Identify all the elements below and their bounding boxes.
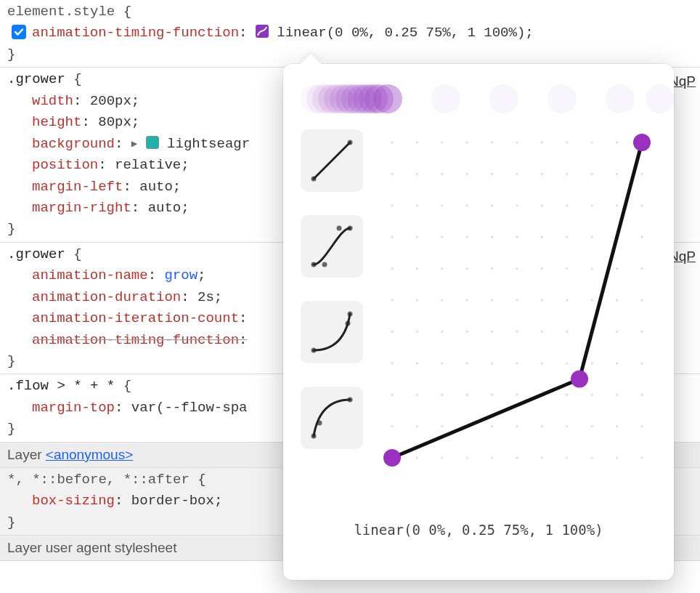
svg-point-91 — [566, 204, 568, 206]
svg-point-100 — [591, 141, 593, 143]
svg-point-85 — [541, 362, 543, 364]
svg-point-39 — [441, 299, 443, 301]
svg-point-116 — [616, 299, 618, 301]
svg-point-107 — [591, 362, 593, 364]
svg-point-55 — [466, 456, 468, 459]
svg-point-12 — [391, 141, 393, 143]
svg-point-36 — [441, 204, 443, 206]
svg-point-74 — [516, 362, 518, 364]
svg-point-66 — [491, 456, 493, 459]
svg-point-75 — [516, 394, 518, 396]
svg-point-90 — [566, 173, 568, 175]
svg-point-101 — [591, 173, 593, 175]
selector[interactable]: *, *::before, *::after — [7, 472, 190, 488]
preset-ease-in[interactable] — [301, 301, 363, 363]
svg-point-130 — [640, 394, 643, 396]
selector[interactable]: element.style — [7, 4, 115, 20]
preset-ease-in-out[interactable] — [301, 215, 363, 278]
svg-point-124 — [640, 204, 643, 206]
svg-point-119 — [616, 394, 618, 396]
easing-editor-popover: linear(0 0%, 0.25 75%, 1 100%) — [283, 64, 674, 580]
svg-point-113 — [616, 204, 618, 206]
svg-point-97 — [566, 394, 568, 396]
svg-point-50 — [466, 299, 468, 301]
svg-point-60 — [491, 267, 493, 270]
svg-point-46 — [466, 173, 468, 175]
layer-link[interactable]: <anonymous> — [46, 447, 133, 462]
svg-point-79 — [541, 173, 543, 175]
svg-point-51 — [466, 331, 468, 333]
svg-point-53 — [466, 394, 468, 396]
easing-value-text[interactable]: linear(0 0%, 0.25 75%, 1 100%) — [301, 522, 656, 538]
svg-point-28 — [416, 299, 418, 301]
svg-point-131 — [640, 425, 643, 427]
svg-point-63 — [491, 362, 493, 364]
easing-swatch-icon[interactable] — [256, 25, 269, 38]
svg-point-82 — [541, 267, 543, 270]
svg-point-58 — [491, 204, 493, 206]
color-swatch-icon[interactable] — [146, 136, 159, 149]
svg-point-112 — [616, 173, 618, 175]
svg-point-40 — [441, 331, 443, 333]
svg-point-49 — [466, 267, 468, 270]
svg-point-33 — [416, 456, 418, 459]
svg-point-83 — [541, 299, 543, 301]
svg-point-35 — [441, 173, 443, 175]
svg-point-121 — [616, 456, 618, 459]
svg-point-68 — [516, 173, 518, 175]
svg-point-96 — [566, 362, 568, 364]
selector[interactable]: .flow > * + * — [7, 378, 115, 394]
svg-point-133 — [383, 449, 401, 467]
svg-point-24 — [416, 173, 418, 175]
preset-list — [301, 129, 366, 515]
easing-curve-editor[interactable] — [379, 129, 656, 515]
svg-point-102 — [591, 204, 593, 206]
svg-point-62 — [491, 331, 493, 333]
svg-point-117 — [616, 331, 618, 333]
svg-point-14 — [391, 204, 393, 206]
svg-point-64 — [491, 394, 493, 396]
svg-point-80 — [541, 204, 543, 206]
svg-point-103 — [591, 236, 593, 238]
svg-point-30 — [416, 362, 418, 364]
svg-point-129 — [640, 362, 643, 364]
selector[interactable]: .grower — [7, 71, 65, 87]
svg-point-23 — [416, 141, 418, 143]
svg-point-99 — [566, 456, 568, 459]
svg-point-135 — [633, 134, 651, 151]
svg-point-32 — [416, 425, 418, 427]
expand-triangle-icon[interactable]: ▶ — [131, 137, 137, 153]
svg-point-115 — [616, 267, 618, 270]
svg-point-59 — [491, 236, 493, 238]
selector[interactable]: .grower — [7, 246, 65, 262]
svg-point-81 — [541, 236, 543, 238]
svg-point-44 — [441, 456, 443, 459]
property-animation-timing-function[interactable]: animation-timing-function: linear(0 0%, … — [7, 23, 700, 44]
svg-point-61 — [491, 299, 493, 301]
svg-point-110 — [591, 456, 593, 459]
svg-point-94 — [566, 299, 568, 301]
animation-preview-track — [301, 84, 656, 113]
svg-point-109 — [591, 425, 593, 427]
preset-linear[interactable] — [301, 129, 363, 192]
toggle-checkbox[interactable] — [12, 25, 26, 39]
svg-point-41 — [441, 362, 443, 364]
svg-point-87 — [541, 425, 543, 427]
svg-point-120 — [616, 425, 618, 427]
svg-point-132 — [640, 456, 643, 459]
svg-point-126 — [640, 267, 643, 270]
svg-point-77 — [516, 456, 518, 459]
svg-point-52 — [466, 362, 468, 364]
preset-ease-out[interactable] — [301, 387, 363, 449]
svg-point-104 — [591, 267, 593, 270]
svg-point-42 — [441, 394, 443, 396]
svg-point-71 — [516, 267, 518, 270]
svg-point-93 — [566, 267, 568, 270]
svg-point-13 — [391, 173, 393, 175]
svg-point-78 — [541, 141, 543, 143]
svg-point-69 — [516, 204, 518, 206]
svg-point-111 — [616, 141, 618, 143]
svg-point-37 — [441, 236, 443, 238]
svg-point-118 — [616, 362, 618, 364]
svg-point-88 — [541, 456, 543, 459]
